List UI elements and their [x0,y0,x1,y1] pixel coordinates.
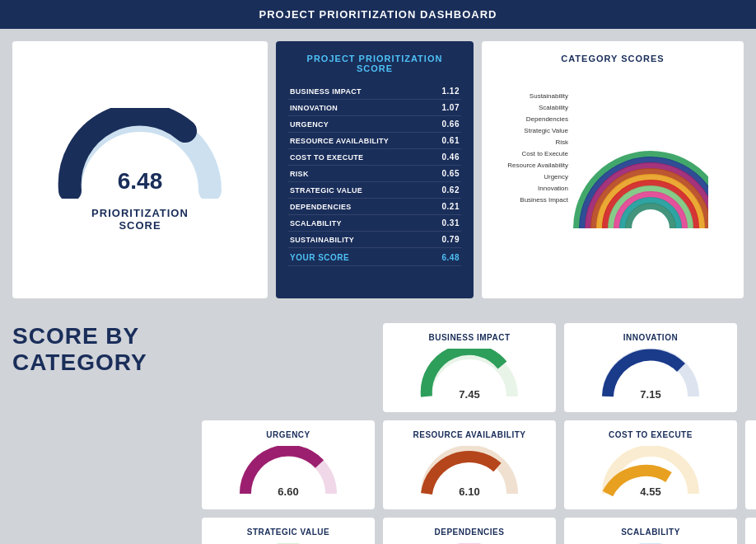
svg-text:Sustainability: Sustainability [530,92,568,100]
main-gauge-card: 6.48 PRIORITIZATION SCORE [12,41,268,298]
filler-top-left [202,323,375,412]
score-row-label: URGENCY [288,116,432,133]
mini-gauge-dependencies: DEPENDENCIES 5.50 [383,518,556,544]
page-title: PROJECT PRIORITIZATION DASHBOARD [259,8,497,21]
score-table-row: BUSINESS IMPACT1.12 [288,83,461,100]
score-row-label: SCALABILITY [288,215,432,232]
mini-title-dependencies: DEPENDENCIES [435,528,505,537]
score-table-row: COST TO EXECUTE0.46 [288,149,461,166]
score-table-row: RISK0.65 [288,166,461,182]
score-row-value: 0.79 [432,232,461,248]
mini-title-resource: RESOURCE AVAILABILITY [413,430,526,439]
mini-gauge-cost: COST TO EXECUTE 4.55 [564,420,737,509]
score-row-label: DEPENDENCIES [288,199,432,215]
score-row-value: 1.07 [432,100,461,116]
score-row-value: 0.65 [432,166,461,182]
score-by-category-label: SCORE BY CATEGORY [12,323,194,388]
main-gauge-container: 6.48 [58,108,222,199]
spiral-svg: Sustainability Scalability Dependencies … [494,72,708,286]
score-row-value: 0.61 [432,133,461,149]
score-row-label: SUSTAINABILITY [288,232,432,248]
mini-value-urg: 6.60 [278,485,298,498]
score-row-value: 1.12 [432,83,461,100]
main-gauge-value: 6.48 [118,168,163,195]
mini-gauge-scalability: SCALABILITY 5.80 [564,518,737,544]
svg-text:Resource Availability: Resource Availability [507,162,568,169]
score-row-value: 0.62 [432,182,461,199]
score-row-label: RISK [288,166,432,182]
mini-gauge-innovation: INNOVATION 7.15 [564,323,737,412]
mini-value-res: 6.10 [459,485,479,498]
gauge-label-line2: SCORE [119,219,161,232]
mini-gauge-business-impact: BUSINESS IMPACT 7.45 [383,323,556,412]
mini-title-urgency: URGENCY [266,430,310,439]
mini-gauge-urg-container: 6.60 [239,446,338,499]
mini-title-business-impact: BUSINESS IMPACT [429,333,511,342]
mini-title-cost: COST TO EXECUTE [609,430,693,439]
mini-value-cost: 4.55 [640,485,660,498]
spiral-container: Sustainability Scalability Dependencies … [494,72,731,286]
gauge-label-line1: PRIORITIZATION [91,207,189,219]
score-row-value: 0.21 [432,199,461,215]
score-table: BUSINESS IMPACT1.12INNOVATION1.07URGENCY… [288,83,461,266]
svg-text:Risk: Risk [555,138,569,146]
score-table-row: DEPENDENCIES0.21 [288,199,461,215]
mini-gauge-strategic: STRATEGIC VALUE 6.20 [202,518,375,544]
score-row-label: STRATEGIC VALUE [288,182,432,199]
score-row-value: 0.66 [432,116,461,133]
mini-title-scalability: SCALABILITY [621,528,680,537]
score-table-row: SCALABILITY0.31 [288,215,461,232]
svg-text:Cost to Execute: Cost to Execute [522,150,569,157]
score-table-row: STRATEGIC VALUE0.62 [288,182,461,199]
score-table-row: URGENCY0.66 [288,116,461,133]
page-header: PROJECT PRIORITIZATION DASHBOARD [0,0,756,29]
svg-text:Urgency: Urgency [544,173,568,181]
bottom-section: SCORE BY CATEGORY BUSINESS IMPACT 7.45 [0,311,756,544]
score-table-row: RESOURCE AVAILABILITY0.61 [288,133,461,149]
mini-gauge-cost-container: 4.55 [601,446,700,499]
score-table-title: PROJECT PRIORITIZATION SCORE [288,54,461,73]
score-row-value: 0.31 [432,215,461,232]
svg-text:Innovation: Innovation [538,185,568,192]
category-scores-card: CATEGORY SCORES Sustainability Scalabili… [482,41,744,298]
svg-text:Scalability: Scalability [539,104,568,111]
score-row-label: BUSINESS IMPACT [288,83,432,100]
score-table-row: INNOVATION1.07 [288,100,461,116]
mini-value-inno: 7.15 [640,388,660,401]
svg-text:Strategic Value: Strategic Value [524,127,568,134]
top-section: 6.48 PRIORITIZATION SCORE PROJECT PRIORI… [0,29,756,311]
mini-gauge-inno-container: 7.15 [601,349,700,402]
category-scores-title: CATEGORY SCORES [494,54,731,63]
score-row-value: 0.46 [432,149,461,166]
your-score-row: YOUR SCORE6.48 [288,248,461,266]
score-row-label: INNOVATION [288,100,432,116]
mini-gauge-resource: RESOURCE AVAILABILITY 6.10 [383,420,556,509]
mini-title-strategic: STRATEGIC VALUE [247,528,329,537]
score-table-card: PROJECT PRIORITIZATION SCORE BUSINESS IM… [276,41,474,298]
mini-title-innovation: INNOVATION [623,333,678,342]
mini-gauge-urgency: URGENCY 6.60 [202,420,375,509]
score-table-row: SUSTAINABILITY0.79 [288,232,461,248]
mini-gauge-res-container: 6.10 [420,446,519,499]
mini-gauge-sustainability: SUSTAINABILITY 6.90 [745,518,756,544]
score-row-label: COST TO EXECUTE [288,149,432,166]
score-row-label: RESOURCE AVAILABILITY [288,133,432,149]
svg-text:Business Impact: Business Impact [520,196,568,204]
mini-gauge-bi-container: 7.45 [420,349,519,402]
section-title: SCORE BY CATEGORY [12,323,194,376]
svg-text:Dependencies: Dependencies [526,115,568,123]
mini-value-bi: 7.45 [459,388,479,401]
main-gauge-label: PRIORITIZATION SCORE [91,207,189,232]
mini-gauge-risk: RISK 6.45 [745,420,756,509]
